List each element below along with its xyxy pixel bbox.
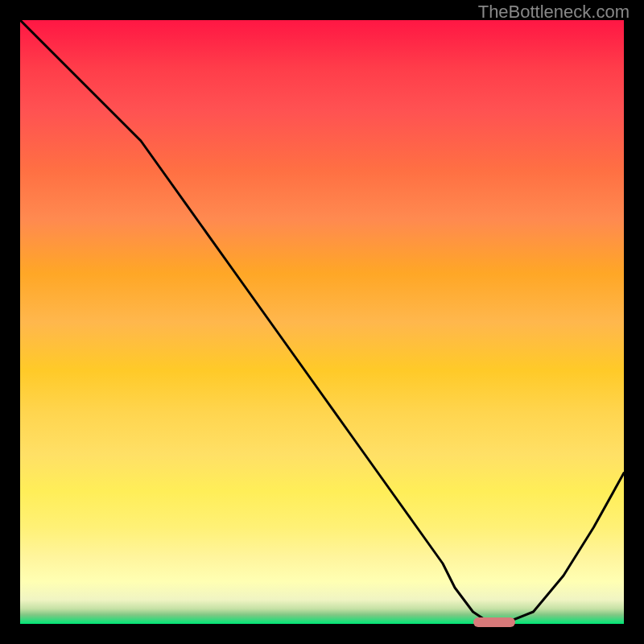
optimal-range-marker [473, 617, 516, 627]
watermark-text: TheBottleneck.com [478, 2, 630, 23]
bottleneck-curve-svg [20, 20, 624, 624]
chart-plot-area [20, 20, 624, 624]
bottleneck-curve-path [20, 20, 624, 624]
